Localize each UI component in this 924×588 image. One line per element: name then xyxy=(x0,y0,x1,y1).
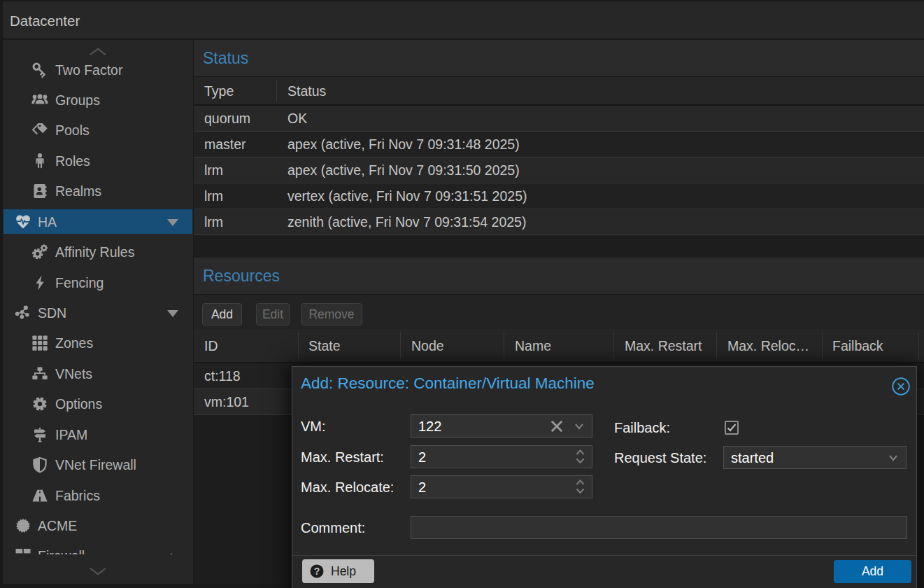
svg-text:?: ? xyxy=(314,566,320,577)
